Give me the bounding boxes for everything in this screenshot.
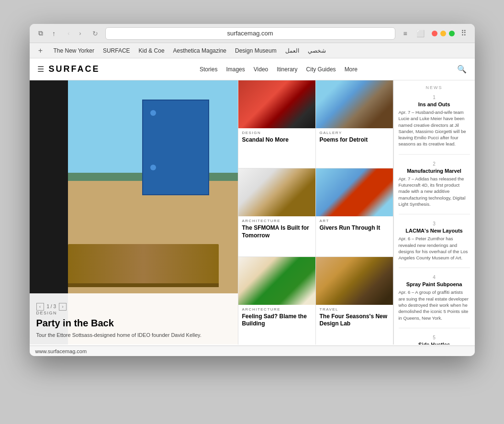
status-bar: www.surfacemag.com (30, 346, 475, 356)
hero-category: DESIGN (36, 311, 231, 315)
article-category-5: ARCHITECTURE (242, 307, 312, 312)
nav-itinerary[interactable]: Itinerary (277, 66, 297, 73)
article-title-1: Scandal No More (242, 136, 312, 144)
bookmark-kid-coe[interactable]: Kid & Coe (135, 46, 168, 56)
minimize-window-button[interactable] (440, 31, 446, 36)
news-number-4: 4 (399, 275, 470, 280)
article-card-1[interactable]: DESIGN Scandal No More (238, 80, 315, 168)
nav-video[interactable]: Video (254, 66, 268, 73)
reload-button[interactable]: ↻ (90, 28, 101, 39)
article-card-4[interactable]: ART Givers Run Through It (316, 168, 393, 256)
bookmark-design-museum[interactable]: Design Museum (231, 46, 280, 56)
fullscreen-window-button[interactable] (449, 31, 455, 36)
menu-button[interactable]: ≡ (400, 28, 411, 39)
article-title-4: Givers Run Through It (320, 224, 389, 232)
news-text-1: Apr. 7 – Husband-and-wife team Lucie and… (399, 109, 470, 147)
nav-arrows: ‹ › (64, 29, 85, 38)
article-info-5: ARCHITECTURE Feeling Sad? Blame the Buil… (238, 305, 315, 332)
share-button[interactable]: ↑ (49, 28, 59, 39)
bookmark-new-yorker[interactable]: The New Yorker (50, 46, 98, 56)
article-category-1: DESIGN (242, 131, 312, 135)
news-number-1: 1 (399, 95, 470, 100)
close-window-button[interactable] (432, 31, 437, 36)
url-domain: surfacemag.com (227, 30, 273, 37)
hero-title: Party in the Back (36, 317, 231, 329)
apps-grid-button[interactable]: ⠿ (459, 28, 469, 39)
news-number-3: 3 (399, 221, 470, 226)
bookmark-surface[interactable]: SURFACE (99, 46, 134, 56)
search-icon[interactable]: 🔍 (457, 65, 467, 74)
article-info-2: GALLERY Poems for Detroit (316, 128, 393, 148)
article-title-2: Poems for Detroit (320, 136, 389, 144)
hero-pagination: ‹ 1 / 3 › (36, 303, 231, 311)
article-thumb-1 (238, 80, 315, 128)
website-content: ☰ SURFACE Stories Images Video Itinerary… (30, 58, 475, 346)
nav-stories[interactable]: Stories (200, 66, 217, 73)
news-title-3: LACMA's New Layouts (399, 228, 470, 234)
news-number-5: 5 (399, 335, 470, 340)
bookmark-shakhsi[interactable]: شخصي (304, 46, 330, 56)
article-title-6: The Four Seasons's New Design Lab (320, 313, 389, 328)
news-sidebar: NEWS 1 Ins and Outs Apr. 7 – Husband-and… (393, 80, 475, 345)
news-item-2[interactable]: 2 Manufacturing Marvel Apr. 7 – Adidas h… (399, 161, 470, 214)
articles-grid: DESIGN Scandal No More GALLERY Poems for… (238, 80, 393, 345)
article-category-3: ARCHITECTURE (242, 219, 312, 223)
news-title-4: Spray Paint Subpoena (399, 281, 470, 287)
hero-area[interactable]: ‹ 1 / 3 › DESIGN Party in the Back Tour … (30, 80, 238, 345)
article-title-3: The SFMOMA Is Built for Tomorrow (242, 224, 312, 239)
article-thumb-3 (238, 168, 315, 216)
browser-toolbar: ⧉ ↑ ‹ › ↻ surfacemag.com ≡ ⬜ ⠿ (30, 24, 475, 43)
article-card-3[interactable]: ARCHITECTURE The SFMOMA Is Built for Tom… (238, 168, 315, 256)
nav-city-guides[interactable]: City Guides (306, 66, 336, 73)
article-card-2[interactable]: GALLERY Poems for Detroit (316, 80, 393, 168)
status-url: www.surfacemag.com (35, 348, 87, 354)
nav-images[interactable]: Images (226, 66, 245, 73)
blue-cabinet-decoration (142, 100, 209, 195)
article-info-6: TRAVEL The Four Seasons's New Design Lab (316, 305, 393, 332)
article-card-5[interactable]: ARCHITECTURE Feeling Sad? Blame the Buil… (238, 257, 315, 345)
hero-caption: ‹ 1 / 3 › DESIGN Party in the Back Tour … (30, 293, 238, 345)
article-card-6[interactable]: TRAVEL The Four Seasons's New Design Lab (316, 257, 393, 345)
article-category-2: GALLERY (320, 131, 389, 135)
bookmark-amal[interactable]: العمل (281, 46, 303, 56)
article-thumb-6 (316, 257, 393, 305)
hero-description: Tour the Ettore Sottsass-designed home o… (36, 332, 231, 339)
duplicate-tab-button[interactable]: ⧉ (35, 28, 46, 39)
url-bar[interactable]: surfacemag.com (105, 27, 395, 40)
pagination-prev[interactable]: ‹ (36, 303, 44, 311)
article-info-3: ARCHITECTURE The SFMOMA Is Built for Tom… (238, 216, 315, 243)
article-thumb-2 (316, 80, 393, 128)
article-category-6: TRAVEL (320, 307, 389, 312)
main-content: ‹ 1 / 3 › DESIGN Party in the Back Tour … (30, 80, 475, 345)
news-title-5: Side Hustles (399, 342, 470, 345)
forward-button[interactable]: › (76, 29, 85, 38)
bookmarks-bar: + The New Yorker SURFACE Kid & Coe Aesth… (30, 43, 475, 58)
news-title-2: Manufacturing Marvel (399, 168, 470, 174)
traffic-lights (432, 31, 455, 36)
article-title-5: Feeling Sad? Blame the Building (242, 313, 312, 328)
news-text-2: Apr. 7 – Adidas has released the Futurec… (399, 176, 470, 207)
add-tab-button[interactable]: + (35, 45, 46, 56)
news-number-2: 2 (399, 161, 470, 167)
article-info-4: ART Givers Run Through It (316, 216, 393, 236)
nav-more[interactable]: More (345, 66, 358, 73)
news-text-4: Apr. 6 – A group of graffiti artists are… (399, 289, 470, 321)
article-thumb-5 (238, 257, 315, 305)
news-sidebar-title: NEWS (399, 85, 470, 90)
news-text-3: Apr. 6 – Peter Zumthor has revealed new … (399, 235, 470, 261)
back-button[interactable]: ‹ (64, 29, 74, 38)
article-info-1: DESIGN Scandal No More (238, 128, 315, 148)
hamburger-icon[interactable]: ☰ (37, 65, 44, 74)
news-item-3[interactable]: 3 LACMA's New Layouts Apr. 6 – Peter Zum… (399, 221, 470, 268)
pagination-next[interactable]: › (59, 303, 67, 311)
browser-window: ⧉ ↑ ‹ › ↻ surfacemag.com ≡ ⬜ ⠿ + The New… (30, 24, 475, 356)
window-controls: ⧉ ↑ (35, 28, 59, 39)
news-title-1: Ins and Outs (399, 101, 470, 107)
sidebar-toggle-button[interactable]: ⬜ (415, 28, 426, 39)
site-logo[interactable]: SURFACE (49, 64, 100, 74)
news-item-5[interactable]: 5 Side Hustles Apr. 6 – Hood by Air is b… (399, 335, 470, 345)
news-item-4[interactable]: 4 Spray Paint Subpoena Apr. 6 – A group … (399, 275, 470, 328)
news-item-1[interactable]: 1 Ins and Outs Apr. 7 – Husband-and-wife… (399, 95, 470, 155)
article-category-4: ART (320, 219, 389, 223)
bookmark-aesthetica[interactable]: Aesthetica Magazine (169, 46, 230, 56)
